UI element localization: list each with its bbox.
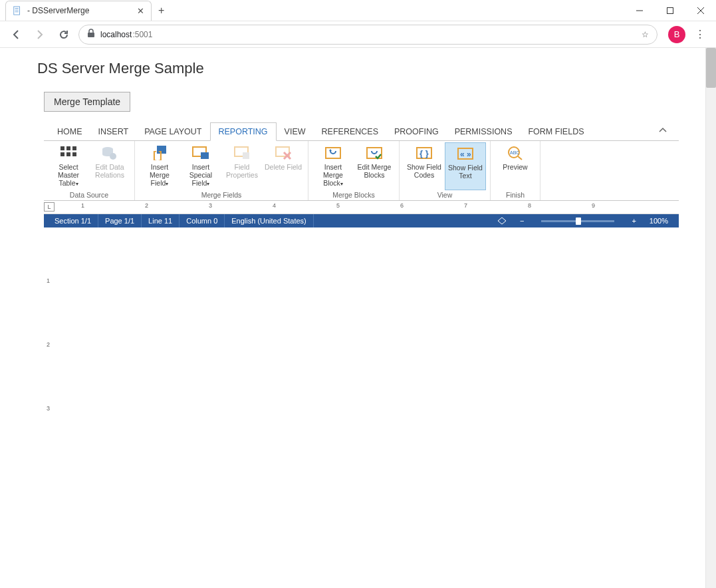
svg-rect-10	[66, 146, 70, 150]
rib-label: Show Field Codes	[405, 163, 443, 179]
delete-x-icon	[273, 144, 293, 162]
braces-icon: { }	[414, 144, 434, 162]
rib-label: Edit Merge Blocks	[355, 163, 394, 179]
new-tab-button[interactable]: +	[158, 5, 164, 17]
address-input[interactable]: localhost:5001 ☆	[78, 25, 657, 45]
page-scroll-thumb[interactable]	[706, 48, 716, 88]
group-label: Data Source	[48, 191, 130, 200]
zoom-slider-thumb[interactable]	[576, 218, 581, 225]
insert-special-field-button[interactable]: Insert Special Field▾	[180, 142, 221, 190]
bookmark-star-icon[interactable]: ☆	[642, 30, 649, 39]
status-page: Page 1/1	[98, 214, 142, 227]
svg-rect-14	[72, 152, 76, 156]
ribbon-group-view: { } Show Field Codes « » Show Field Text…	[400, 141, 491, 200]
svg-rect-11	[72, 146, 76, 150]
delete-field-button[interactable]: Delete Field	[263, 142, 304, 190]
rib-label: Delete Field	[265, 163, 302, 171]
show-field-text-button[interactable]: « » Show Field Text	[445, 142, 486, 190]
page-title: DS Server Merge Sample	[0, 48, 716, 85]
grid-icon	[59, 144, 78, 162]
forward-button[interactable]	[31, 25, 49, 44]
merge-template-button[interactable]: Merge Template	[44, 92, 130, 112]
browser-tab[interactable]: - DSServerMerge ✕	[5, 1, 152, 21]
edit-data-relations-button[interactable]: Edit Data Relations	[89, 142, 130, 190]
ribbon-tab-reporting[interactable]: REPORTING	[210, 122, 277, 141]
svg-text:ABC: ABC	[510, 150, 519, 155]
tab-title: - DSServerMerge	[27, 6, 89, 15]
svg-rect-8	[88, 33, 94, 37]
status-bar: Section 1/1 Page 1/1 Line 11 Column 0 En…	[44, 214, 679, 227]
insert-merge-block-button[interactable]: Insert Merge Block▾	[312, 142, 354, 190]
ribbon: HOME INSERT PAGE LAYOUT REPORTING VIEW R…	[44, 122, 679, 201]
url-path: :5001	[132, 30, 152, 39]
svg-rect-20	[201, 152, 209, 159]
svg-rect-12	[60, 152, 64, 156]
ribbon-collapse-button[interactable]	[652, 124, 673, 139]
block-cycle-icon	[323, 144, 343, 162]
group-label: Finish	[495, 191, 536, 200]
ribbon-group-finish: ABC Preview Finish	[491, 141, 540, 200]
ribbon-group-merge-fields: [ ] Insert Merge Field▾ Insert Special F…	[135, 141, 308, 200]
status-section: Section 1/1	[48, 214, 98, 227]
browser-menu-button[interactable]: ⋮	[691, 28, 709, 41]
ribbon-tab-permissions[interactable]: PERMISSIONS	[447, 123, 521, 140]
window-titlebar: - DSServerMerge ✕ +	[0, 0, 716, 21]
show-field-codes-button[interactable]: { } Show Field Codes	[404, 142, 445, 190]
ribbon-tab-form-fields[interactable]: FORM FIELDS	[520, 123, 592, 140]
window-controls	[624, 0, 716, 21]
ribbon-tab-home[interactable]: HOME	[49, 123, 90, 140]
svg-text:{ }: { }	[419, 148, 429, 158]
ribbon-tab-proofing[interactable]: PROOFING	[386, 123, 447, 140]
svg-point-16	[110, 153, 116, 160]
rib-label: Show Field Text	[447, 164, 484, 180]
lock-icon	[87, 29, 95, 40]
minimize-button[interactable]	[624, 0, 655, 21]
svg-rect-13	[66, 152, 70, 156]
field-properties-button[interactable]: Field Properties	[221, 142, 263, 190]
ribbon-tab-references[interactable]: REFERENCES	[314, 123, 386, 140]
insert-merge-field-button[interactable]: [ ] Insert Merge Field▾	[139, 142, 180, 190]
back-button[interactable]	[7, 25, 25, 44]
group-label: Merge Blocks	[312, 191, 395, 200]
status-column: Column 0	[179, 214, 225, 227]
zoom-percent[interactable]: 100%	[643, 214, 675, 227]
ruler-ticks: 1 2 3 4 5 6 7 8 9	[81, 201, 679, 214]
tab-alignment-button[interactable]: L	[44, 202, 55, 212]
close-tab-icon[interactable]: ✕	[137, 6, 144, 16]
reload-button[interactable]	[55, 25, 73, 44]
ribbon-tabstrip: HOME INSERT PAGE LAYOUT REPORTING VIEW R…	[44, 122, 679, 141]
page-viewport: DS Server Merge Sample Merge Template HO…	[0, 48, 716, 588]
page-scrollbar[interactable]	[705, 48, 716, 588]
maximize-button[interactable]	[655, 0, 685, 21]
track-changes-icon[interactable]	[491, 214, 513, 227]
horizontal-ruler[interactable]: L 1 2 3 4 5 6 7 8 9	[44, 201, 679, 214]
ribbon-body: Select Master Table▾ Edit Data Relations…	[44, 141, 679, 201]
group-label: View	[404, 191, 486, 200]
zoom-slider[interactable]	[531, 214, 625, 227]
special-field-icon	[191, 144, 211, 162]
svg-rect-5	[667, 7, 673, 13]
ribbon-tab-page-layout[interactable]: PAGE LAYOUT	[136, 123, 209, 140]
rib-label: Preview	[503, 163, 527, 171]
status-language[interactable]: English (United States)	[225, 214, 314, 227]
svg-rect-9	[60, 146, 64, 150]
svg-line-33	[518, 156, 522, 160]
rib-label: Edit Data Relations	[90, 163, 129, 179]
magnify-abc-icon: ABC	[505, 144, 525, 162]
svg-rect-0	[14, 7, 20, 15]
merge-field-icon: [ ]	[150, 144, 170, 162]
preview-button[interactable]: ABC Preview	[495, 142, 536, 190]
close-window-button[interactable]	[685, 0, 716, 21]
ribbon-tab-insert[interactable]: INSERT	[90, 123, 137, 140]
zoom-in-button[interactable]: +	[625, 214, 642, 227]
ribbon-group-merge-blocks: Insert Merge Block▾ Edit Merge Blocks Me…	[308, 141, 400, 200]
select-master-table-button[interactable]: Select Master Table▾	[48, 142, 89, 190]
database-gear-icon	[100, 144, 120, 162]
ribbon-tab-view[interactable]: VIEW	[277, 123, 314, 140]
edit-merge-blocks-button[interactable]: Edit Merge Blocks	[354, 142, 395, 190]
svg-text:« »: « »	[460, 150, 471, 159]
profile-avatar[interactable]: B	[668, 26, 685, 43]
zoom-out-button[interactable]: −	[513, 214, 531, 227]
guillemets-icon: « »	[455, 145, 475, 162]
svg-text:[ ]: [ ]	[153, 150, 162, 160]
